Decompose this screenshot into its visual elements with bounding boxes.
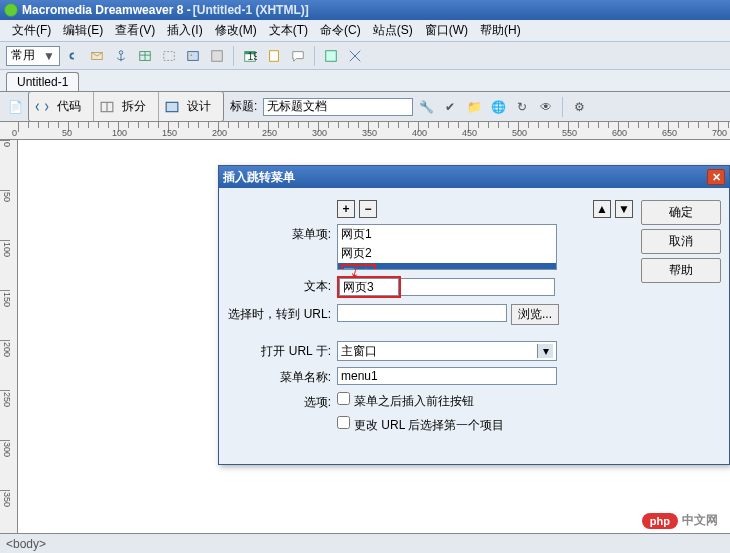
visual-aids-icon[interactable]: ⚙ (568, 96, 590, 118)
add-item-button[interactable]: + (337, 200, 355, 218)
menu-site[interactable]: 站点(S) (367, 20, 419, 41)
opt2-label: 更改 URL 后选择第一个项目 (354, 418, 504, 432)
close-icon[interactable]: ✕ (707, 169, 725, 185)
dialog-titlebar[interactable]: 插入跳转菜单 ✕ (219, 166, 729, 188)
separator (314, 46, 315, 66)
menu-modify[interactable]: 修改(M) (209, 20, 263, 41)
comment-icon[interactable] (287, 45, 309, 67)
menu-window[interactable]: 窗口(W) (419, 20, 474, 41)
app-logo-icon (4, 3, 18, 17)
design-view-button[interactable]: 设计 (159, 92, 223, 121)
select-first-checkbox[interactable] (337, 416, 350, 429)
div-icon[interactable] (158, 45, 180, 67)
separator (562, 97, 563, 117)
tag-chooser-icon[interactable] (344, 45, 366, 67)
page-title-input[interactable] (263, 98, 413, 116)
preview-icon[interactable]: 🌐 (487, 96, 509, 118)
document-tabs: Untitled-1 (0, 70, 730, 92)
menu-command[interactable]: 命令(C) (314, 20, 367, 41)
options-label: 选项: (227, 392, 337, 411)
open-url-select[interactable]: 主窗口▾ (337, 341, 557, 361)
date-icon[interactable]: 19 (239, 45, 261, 67)
help-button[interactable]: 帮助 (641, 258, 721, 283)
email-icon[interactable] (86, 45, 108, 67)
open-url-label: 打开 URL 于: (227, 341, 337, 360)
url-label: 选择时，转到 URL: (227, 304, 337, 323)
templates-icon[interactable] (320, 45, 342, 67)
ok-button[interactable]: 确定 (641, 200, 721, 225)
dialog-title: 插入跳转菜单 (223, 169, 295, 186)
opt1-label: 菜单之后插入前往按钮 (354, 394, 474, 408)
window-titlebar: Macromedia Dreamweaver 8 - [Untitled-1 (… (0, 0, 730, 20)
text-label: 文本: (227, 276, 337, 295)
no-browser-check-icon[interactable]: 🔧 (415, 96, 437, 118)
split-view-button[interactable]: 拆分 (94, 92, 159, 121)
insert-toolbar: 常用 ▼ 19 (0, 42, 730, 70)
title-label: 标题: (230, 98, 257, 115)
url-input[interactable] (337, 304, 507, 322)
svg-rect-11 (270, 50, 279, 61)
menu-text[interactable]: 文本(T) (263, 20, 314, 41)
watermark-text: 中文网 (682, 512, 718, 529)
svg-point-6 (190, 54, 192, 56)
file-mgmt2-icon[interactable]: 📁 (463, 96, 485, 118)
image-icon[interactable] (182, 45, 204, 67)
server-include-icon[interactable] (263, 45, 285, 67)
svg-rect-5 (188, 51, 199, 60)
vertical-ruler: 050100150200250300350 (0, 140, 18, 540)
app-title: Macromedia Dreamweaver 8 - (22, 3, 191, 17)
horizontal-ruler: /* ticks generated below */ 050100150200… (0, 122, 730, 140)
app-doc-title: [Untitled-1 (XHTML)] (193, 3, 309, 17)
tag-selector[interactable]: <body> (6, 537, 46, 551)
svg-rect-15 (166, 102, 178, 111)
svg-point-2 (119, 50, 123, 54)
list-item[interactable]: 网页3 (338, 263, 556, 270)
hyperlink-icon[interactable] (62, 45, 84, 67)
remove-item-button[interactable]: − (359, 200, 377, 218)
code-view-button[interactable]: 代码 (29, 92, 94, 121)
view-options-icon[interactable]: 👁 (535, 96, 557, 118)
cancel-button[interactable]: 取消 (641, 229, 721, 254)
watermark-badge: php (642, 513, 678, 529)
list-item[interactable]: 网页1 (338, 225, 556, 244)
svg-rect-4 (164, 51, 175, 60)
chevron-down-icon: ▾ (537, 344, 553, 358)
text-input-ext[interactable] (401, 278, 555, 296)
chevron-down-icon: ▼ (43, 49, 55, 63)
menu-help[interactable]: 帮助(H) (474, 20, 527, 41)
menu-items-listbox[interactable]: 网页1 网页2 网页3 (337, 224, 557, 270)
menu-name-input[interactable] (337, 367, 557, 385)
insert-go-button-checkbox[interactable] (337, 392, 350, 405)
document-toolbar: 📄 代码 拆分 设计 标题: 🔧 ✔ 📁 🌐 ↻ 👁 ⚙ (0, 92, 730, 122)
menu-edit[interactable]: 编辑(E) (57, 20, 109, 41)
separator (233, 46, 234, 66)
menu-file[interactable]: 文件(F) (6, 20, 57, 41)
svg-point-0 (6, 5, 16, 15)
menu-insert[interactable]: 插入(I) (161, 20, 208, 41)
insert-jump-menu-dialog: 插入跳转菜单 ✕ + − ▲ ▼ 菜单项: 网页1 网页2 (218, 165, 730, 465)
category-combo-label: 常用 (11, 47, 35, 64)
anchor-icon[interactable] (110, 45, 132, 67)
view-switcher: 代码 拆分 设计 (28, 91, 224, 122)
category-combo[interactable]: 常用 ▼ (6, 46, 60, 66)
move-down-button[interactable]: ▼ (615, 200, 633, 218)
file-mgmt-icon[interactable]: 📄 (4, 96, 26, 118)
svg-rect-7 (212, 50, 223, 61)
status-bar: <body> (0, 533, 730, 553)
refresh-icon[interactable]: ↻ (511, 96, 533, 118)
menu-view[interactable]: 查看(V) (109, 20, 161, 41)
browse-button[interactable]: 浏览... (511, 304, 559, 325)
svg-rect-12 (326, 50, 337, 61)
move-up-button[interactable]: ▲ (593, 200, 611, 218)
menubar: 文件(F) 编辑(E) 查看(V) 插入(I) 修改(M) 文本(T) 命令(C… (0, 20, 730, 42)
svg-text:19: 19 (247, 50, 257, 62)
menu-name-label: 菜单名称: (227, 367, 337, 386)
list-item[interactable]: 网页2 (338, 244, 556, 263)
watermark: php 中文网 (642, 512, 718, 529)
validate-icon[interactable]: ✔ (439, 96, 461, 118)
menu-items-label: 菜单项: (227, 224, 337, 243)
doc-tab-untitled[interactable]: Untitled-1 (6, 72, 79, 91)
table-icon[interactable] (134, 45, 156, 67)
media-icon[interactable] (206, 45, 228, 67)
